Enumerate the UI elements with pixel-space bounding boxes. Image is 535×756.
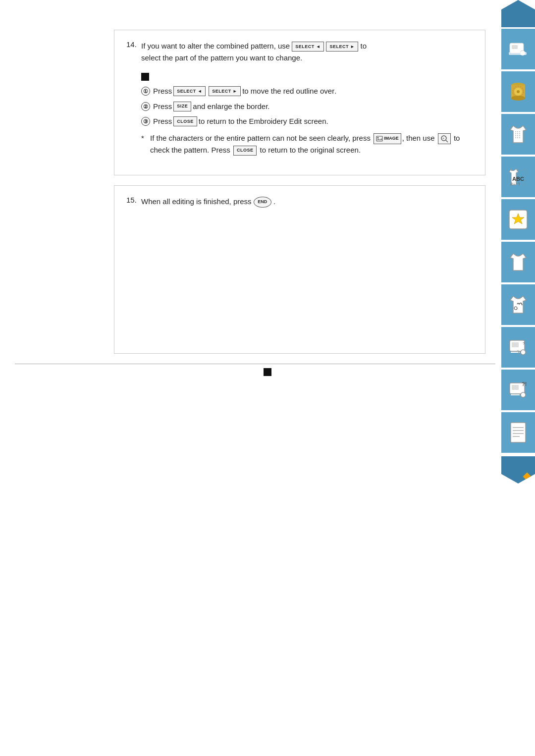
sub2-text2: and enlarge the border.: [193, 101, 269, 112]
shirt-dotted-icon: [507, 123, 529, 145]
step14-text-line2: select the part of the pattern you want …: [141, 54, 302, 62]
btn-close-s3[interactable]: CLOSE: [173, 116, 197, 126]
svg-text:ABC: ABC: [512, 176, 524, 182]
step15-text: When all editing is finished, press END …: [141, 196, 473, 208]
step15-content: When all editing is finished, press END …: [141, 196, 473, 208]
btn-end-15[interactable]: END: [254, 197, 271, 208]
btn-select-left-s1[interactable]: SELECT ◄: [173, 86, 206, 96]
abc-icon: ABC あいう: [507, 166, 529, 188]
step14-text-after: to: [361, 42, 367, 50]
sidebar-tab-machine2[interactable]: ?: [501, 327, 535, 368]
svg-line-37: [446, 140, 448, 142]
circle-1: ①: [141, 87, 150, 96]
btn-select-right-s1[interactable]: SELECT ►: [209, 86, 241, 96]
bottom-black-square: [264, 368, 271, 376]
svg-point-6: [511, 96, 525, 101]
circle-2: ②: [141, 102, 150, 111]
svg-rect-3: [509, 52, 527, 55]
svg-rect-20: [512, 342, 519, 347]
svg-text:あいう: あいう: [510, 182, 521, 186]
step14-content: If you want to alter the combined patter…: [141, 40, 473, 156]
btn-image-note[interactable]: IMAGE: [374, 133, 401, 144]
step14-box: 14. If you want to alter the combined pa…: [114, 30, 485, 175]
sidebar-tab-machine1[interactable]: [501, 29, 535, 69]
bottom-divider: [15, 364, 495, 364]
sub2-text1: Press: [153, 101, 172, 112]
sidebar-tab-shirt-dotted[interactable]: [501, 114, 535, 155]
step15-box: 15. When all editing is finished, press …: [114, 185, 485, 354]
step14-number: 14.: [126, 40, 141, 49]
step15-text-after: .: [273, 197, 275, 206]
step14-row: 14. If you want to alter the combined pa…: [126, 40, 473, 156]
black-square-14: [141, 73, 149, 81]
sidebar-tab-top-arrow[interactable]: [501, 0, 535, 27]
step15-number: 15.: [126, 196, 141, 204]
machine-icon: [507, 38, 529, 60]
btn-select-left-14[interactable]: SELECT ◄: [292, 42, 324, 52]
sidebar-tab-machine3[interactable]: ?!: [501, 370, 535, 410]
svg-point-35: [377, 137, 379, 138]
circle-3: ③: [141, 117, 150, 126]
star-icon: [507, 209, 529, 230]
note-text: If the characters or the entire pattern …: [150, 132, 473, 156]
svg-point-26: [521, 392, 526, 397]
svg-text:?: ?: [523, 341, 525, 346]
sidebar-tab-thread[interactable]: [501, 71, 535, 112]
svg-text:?!: ?!: [522, 381, 527, 387]
svg-point-21: [521, 350, 526, 355]
main-content: 14. If you want to alter the combined pa…: [15, 0, 495, 354]
sidebar: ABC あいう: [499, 0, 535, 756]
sidebar-tab-shirt-design[interactable]: [501, 284, 535, 325]
bottom-square-row: [0, 368, 535, 376]
svg-rect-1: [512, 45, 518, 49]
note-row: * If the characters or the entire patter…: [141, 132, 473, 156]
sub-step-1: ① Press SELECT ◄ SELECT ► to move the re…: [141, 86, 473, 97]
shirt-icon: [507, 251, 529, 273]
sidebar-tab-bottom-arrow[interactable]: [501, 456, 535, 484]
shirt-design-icon: [507, 294, 529, 316]
step14-text-before: If you want to alter the combined patter…: [141, 42, 292, 50]
note-star: *: [141, 132, 150, 144]
step14-text: If you want to alter the combined patter…: [141, 40, 473, 64]
sidebar-tab-shirt[interactable]: [501, 242, 535, 282]
svg-rect-25: [512, 385, 519, 390]
sidebar-tab-abc[interactable]: ABC あいう: [501, 157, 535, 197]
step15-row: 15. When all editing is finished, press …: [126, 196, 473, 208]
sub-step-2: ② Press SIZE and enlarge the border.: [141, 101, 473, 112]
svg-rect-29: [511, 423, 526, 442]
svg-point-8: [517, 90, 520, 93]
svg-text:+: +: [442, 137, 444, 140]
btn-zoom-note[interactable]: +: [438, 133, 451, 144]
sub3-text1: Press: [153, 116, 172, 127]
sub3-text2: to return to the Embroidery Edit screen.: [199, 116, 328, 127]
thread-icon: [507, 81, 529, 103]
machine3-icon: ?!: [507, 379, 529, 401]
sidebar-tab-star[interactable]: [501, 199, 535, 240]
sub1-text2: to move the red outline over: [242, 86, 334, 97]
btn-select-right-14[interactable]: SELECT ►: [326, 42, 358, 52]
btn-close-note[interactable]: CLOSE: [233, 146, 257, 156]
sub-step-3: ③ Press CLOSE to return to the Embroider…: [141, 116, 473, 127]
sidebar-tab-document[interactable]: [501, 412, 535, 453]
step15-text-before: When all editing is finished, press: [141, 197, 254, 206]
sub1-text1: Press: [153, 86, 172, 97]
machine2-icon: ?: [507, 336, 529, 358]
btn-size-s2[interactable]: SIZE: [173, 102, 191, 111]
sub1-dot: .: [334, 86, 336, 97]
document-icon: [507, 422, 529, 443]
